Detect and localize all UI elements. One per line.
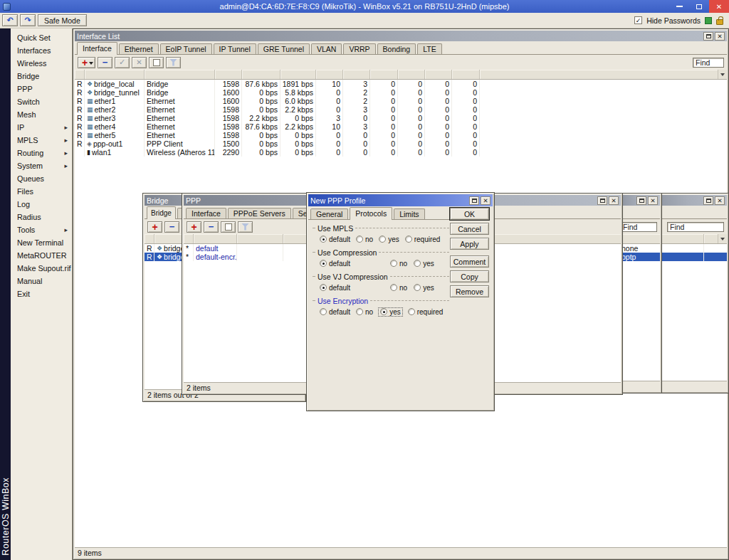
column-header[interactable]: [343, 70, 370, 79]
sidebar-item[interactable]: Exit: [11, 287, 72, 300]
use-mpls-required-radio[interactable]: required: [405, 236, 441, 243]
sidebar-item[interactable]: Mesh: [11, 108, 72, 121]
find-input[interactable]: [667, 222, 724, 232]
use-encryption-default-radio[interactable]: default: [320, 308, 350, 316]
cancel-button[interactable]: Cancel: [450, 223, 489, 235]
column-header[interactable]: [75, 70, 85, 79]
interface-list-titlebar[interactable]: Interface List ✕: [75, 31, 727, 41]
sidebar-item[interactable]: PPP: [11, 83, 72, 95]
sidebar-item[interactable]: Interfaces: [11, 44, 72, 57]
use-mpls-default-radio[interactable]: default: [320, 236, 350, 243]
enable-button[interactable]: [115, 57, 130, 68]
remove-button[interactable]: [98, 57, 112, 68]
use-compression-no-radio[interactable]: no: [390, 260, 407, 268]
dialog-tab[interactable]: Limits: [394, 208, 424, 219]
tab[interactable]: LTE: [417, 43, 441, 54]
filter-icon[interactable]: [166, 57, 181, 68]
close-button[interactable]: ✕: [709, 0, 729, 13]
column-selector-button[interactable]: [718, 234, 727, 243]
use-mpls-yes-radio[interactable]: yes: [379, 236, 399, 243]
table-row[interactable]: R ether1 Ethernet 1600 0 bps 6.0 kbps 0 …: [75, 97, 727, 105]
column-header[interactable]: [316, 70, 343, 79]
sidebar-item[interactable]: Radius: [11, 211, 72, 223]
restore-button[interactable]: [703, 32, 713, 41]
sidebar-item[interactable]: IP ▸: [11, 121, 72, 134]
sidebar-item[interactable]: Wireless: [11, 57, 72, 70]
column-header[interactable]: [194, 234, 237, 243]
use-vj-compression-default-radio[interactable]: default: [320, 284, 350, 292]
sidebar-item[interactable]: New Terminal: [11, 236, 72, 249]
add-button[interactable]: [147, 221, 162, 233]
table-row[interactable]: wlan1 Wireless (Atheros 11N) 2290 0 bps …: [75, 148, 727, 157]
use-compression-default-radio[interactable]: default: [320, 260, 350, 268]
sidebar-item[interactable]: MetaROUTER: [11, 249, 72, 262]
table-row[interactable]: R bridge_local Bridge 1598 87.6 kbps 189…: [75, 80, 727, 88]
tab[interactable]: Bridge: [147, 206, 176, 219]
redo-icon[interactable]: ↷: [20, 14, 36, 26]
undo-icon[interactable]: ↶: [2, 14, 18, 26]
column-header[interactable]: [452, 70, 480, 79]
sidebar-item[interactable]: Switch: [11, 95, 72, 108]
dialog-tab[interactable]: Protocols: [350, 207, 392, 220]
use-compression-yes-radio[interactable]: yes: [414, 260, 434, 268]
sidebar-item[interactable]: System ▸: [11, 159, 72, 172]
dialog-tab[interactable]: General: [310, 208, 348, 219]
close-icon[interactable]: ✕: [648, 196, 658, 205]
use-encryption-yes-radio[interactable]: yes: [379, 308, 402, 316]
remove-button[interactable]: Remove: [450, 285, 489, 297]
add-button[interactable]: [78, 57, 95, 68]
sidebar-item[interactable]: Bridge: [11, 70, 72, 83]
tab[interactable]: GRE Tunnel: [258, 43, 310, 54]
tab[interactable]: PPPoE Servers: [228, 208, 291, 218]
sidebar-item[interactable]: Manual: [11, 275, 72, 287]
minimize-button[interactable]: [669, 0, 689, 13]
column-header[interactable]: [370, 70, 398, 79]
column-header[interactable]: [398, 70, 425, 79]
use-vj-compression-no-radio[interactable]: no: [390, 284, 407, 292]
sidebar-item[interactable]: Routing ▸: [11, 147, 72, 159]
table-row[interactable]: R ppp-out1 PPP Client 1500 0 bps 0 bps 0…: [75, 139, 727, 148]
sidebar-item[interactable]: Queues: [11, 172, 72, 185]
restore-button[interactable]: [469, 196, 479, 205]
close-icon[interactable]: ✕: [715, 32, 725, 41]
add-button[interactable]: [187, 221, 201, 233]
comment-button[interactable]: [221, 221, 236, 233]
remove-button[interactable]: [164, 221, 179, 233]
sidebar-item[interactable]: Quick Set: [11, 31, 72, 44]
tab[interactable]: EoIP Tunnel: [160, 43, 212, 54]
tab[interactable]: VRRP: [343, 43, 375, 54]
sidebar-item[interactable]: MPLS ▸: [11, 134, 72, 147]
copy-button[interactable]: Copy: [450, 270, 489, 282]
find-input[interactable]: [620, 222, 657, 232]
comment-button[interactable]: [149, 57, 164, 68]
restore-button[interactable]: [703, 196, 713, 205]
tab[interactable]: Ethernet: [119, 43, 159, 54]
use-mpls-no-radio[interactable]: no: [356, 236, 373, 243]
tab[interactable]: IP Tunnel: [214, 43, 256, 54]
table-row[interactable]: R bridge_tunnel Bridge 1600 0 bps 5.8 kb…: [75, 88, 727, 97]
use-encryption-required-radio[interactable]: required: [408, 308, 444, 316]
app-titlebar[interactable]: admin@D4:CA:6D:7E:F8:C9 (MikroTik) - Win…: [0, 0, 729, 13]
column-header[interactable]: [145, 70, 215, 79]
table-row[interactable]: R ether3 Ethernet 1598 2.2 kbps 0 bps 3 …: [75, 114, 727, 122]
apply-button[interactable]: Apply: [450, 238, 489, 250]
restore-button[interactable]: [636, 196, 646, 205]
tab[interactable]: Interface: [77, 42, 117, 55]
sidebar-item[interactable]: Log: [11, 198, 72, 211]
disable-button[interactable]: [132, 57, 147, 68]
use-vj-compression-yes-radio[interactable]: yes: [414, 284, 434, 292]
tab[interactable]: Interface: [186, 208, 226, 218]
sidebar-item[interactable]: Make Supout.rif: [11, 262, 72, 275]
ok-button[interactable]: OK: [450, 208, 489, 220]
table-row[interactable]: R ether2 Ethernet 1598 0 bps 2.2 kbps 0 …: [75, 105, 727, 114]
close-icon[interactable]: ✕: [481, 196, 491, 205]
use-encryption-no-radio[interactable]: no: [356, 308, 373, 316]
sidebar-item[interactable]: Files: [11, 185, 72, 198]
close-icon[interactable]: ✕: [715, 196, 725, 205]
table-row[interactable]: R ether4 Ethernet 1598 87.6 kbps 2.2 kbp…: [75, 122, 727, 131]
column-header[interactable]: [145, 234, 154, 243]
close-icon[interactable]: ✕: [609, 196, 619, 205]
safe-mode-button[interactable]: Safe Mode: [38, 14, 87, 26]
restore-button[interactable]: [597, 196, 607, 205]
sidebar-item[interactable]: Tools ▸: [11, 223, 72, 236]
